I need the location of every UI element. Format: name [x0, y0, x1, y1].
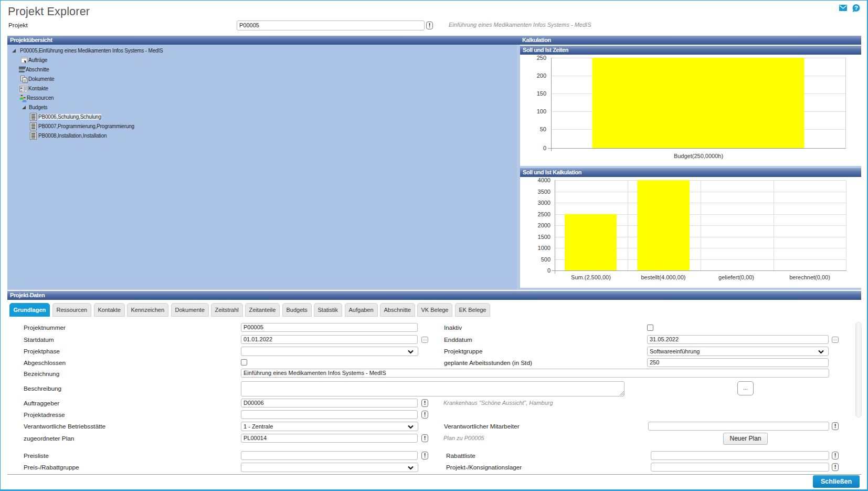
svg-text:250: 250 [537, 55, 546, 61]
svg-text:50: 50 [540, 126, 546, 132]
svg-text:150: 150 [537, 90, 546, 97]
svg-text:bestellt(4.000,00): bestellt(4.000,00) [641, 274, 686, 280]
svg-text:Budget(250,0000h): Budget(250,0000h) [674, 153, 723, 159]
svg-text:1500: 1500 [538, 234, 551, 240]
svg-text:100: 100 [537, 108, 546, 114]
svg-text:0: 0 [547, 267, 551, 274]
svg-text:0: 0 [543, 145, 546, 151]
svg-text:500: 500 [541, 256, 551, 263]
svg-text:geliefert(0,00): geliefert(0,00) [718, 274, 754, 280]
svg-text:4000: 4000 [538, 177, 551, 183]
svg-text:200: 200 [537, 72, 546, 79]
svg-text:Sum.(2.500,00): Sum.(2.500,00) [571, 274, 611, 280]
svg-text:1000: 1000 [538, 245, 551, 251]
svg-text:2000: 2000 [538, 222, 551, 228]
svg-text:berechnet(0,00): berechnet(0,00) [789, 274, 830, 280]
svg-text:?: ? [854, 5, 858, 11]
svg-text:3500: 3500 [538, 189, 551, 195]
svg-text:3000: 3000 [538, 200, 551, 206]
svg-text:2500: 2500 [538, 211, 551, 217]
